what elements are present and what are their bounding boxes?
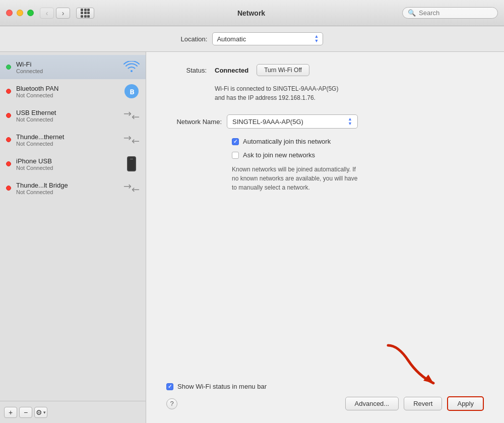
sidebar-item-thunderbolt-bridge[interactable]: Thunde...lt Bridge Not Connected (0, 176, 146, 200)
item-name-thunderbolt-ethernet: Thunde...thernet (16, 133, 123, 141)
item-status-thunderbolt-ethernet: Not Connected (16, 141, 123, 147)
wifi-icon (123, 59, 140, 75)
network-name-row: Network Name: SINGTEL-9AAA-AP(5G) ▲ ▼ (166, 114, 484, 129)
status-dot-bluetooth (6, 89, 11, 94)
detail-bottom: Show Wi-Fi status in menu bar ? Advanced… (166, 383, 484, 411)
search-icon: 🔍 (408, 9, 416, 17)
show-wifi-row: Show Wi-Fi status in menu bar (166, 383, 484, 390)
item-status-iphone: Not Connected (16, 165, 123, 171)
sidebar-item-iphone-usb[interactable]: iPhone USB Not Connected (0, 152, 146, 176)
iphone-device-icon (123, 156, 140, 172)
auto-join-row: Automatically join this network (232, 138, 484, 145)
sidebar-item-thunderbolt-ethernet[interactable]: Thunde...thernet Not Connected (0, 128, 146, 152)
ask-join-row: Ask to join new networks (232, 151, 484, 159)
close-button[interactable] (6, 10, 13, 16)
location-select[interactable]: Automatic ▲ ▼ (212, 32, 323, 45)
status-dot-usb-ethernet (6, 113, 11, 118)
status-dot-thunderbolt-ethernet (6, 137, 11, 142)
remove-network-button[interactable]: − (19, 407, 32, 418)
detail-panel: Status: Connected Turn Wi-Fi Off Wi-Fi i… (146, 52, 504, 423)
ask-join-label: Ask to join new networks (243, 151, 315, 159)
sidebar-list: Wi-Fi Connected Bluetooth PAN (0, 52, 146, 401)
thunderbolt-bridge-icon (123, 180, 140, 196)
auto-join-checkbox[interactable] (232, 138, 239, 145)
turn-wifi-button[interactable]: Turn Wi-Fi Off (257, 64, 309, 76)
forward-button[interactable]: › (56, 8, 70, 19)
item-status-wifi: Connected (16, 68, 123, 74)
item-status-thunderbolt-bridge: Not Connected (16, 189, 123, 195)
status-dot-wifi (6, 65, 11, 70)
sidebar: Wi-Fi Connected Bluetooth PAN (0, 52, 146, 423)
sidebar-toolbar: + − ⚙ ▾ (0, 401, 146, 423)
network-name-value: SINGTEL-9AAA-AP(5G) (232, 118, 303, 126)
thunderbolt-ethernet-icon (123, 132, 140, 148)
main-content: Wi-Fi Connected Bluetooth PAN (0, 52, 504, 423)
network-name-select[interactable]: SINGTEL-9AAA-AP(5G) ▲ ▼ (227, 114, 358, 129)
item-name-iphone: iPhone USB (16, 157, 123, 165)
sidebar-item-bluetooth-pan[interactable]: Bluetooth PAN Not Connected ʙ (0, 79, 146, 103)
item-name-usb-ethernet: USB Ethernet (16, 109, 123, 116)
status-dot-iphone (6, 161, 11, 166)
ask-join-checkbox[interactable] (232, 152, 239, 159)
auto-join-label: Automatically join this network (243, 138, 331, 145)
item-status-bluetooth: Not Connected (16, 92, 123, 98)
title-bar: ‹ › Network 🔍 (0, 0, 504, 26)
show-wifi-label: Show Wi-Fi status in menu bar (177, 383, 267, 390)
search-input[interactable] (419, 9, 489, 17)
status-description: Wi-Fi is connected to SINGTEL-9AAA-AP(5G… (215, 84, 484, 102)
network-settings-button[interactable]: ⚙ ▾ (34, 407, 47, 418)
grid-view-button[interactable] (76, 8, 94, 19)
show-wifi-checkbox[interactable] (166, 383, 173, 390)
item-status-usb-ethernet: Not Connected (16, 116, 123, 123)
network-name-label: Network Name: (166, 118, 222, 126)
network-name-stepper-icon: ▲ ▼ (348, 117, 352, 126)
gear-icon: ⚙ (36, 408, 42, 416)
status-row: Status: Connected Turn Wi-Fi Off (166, 64, 484, 76)
ethernet-arrows-icon (123, 107, 140, 124)
grid-icon (81, 9, 90, 18)
sidebar-item-wifi[interactable]: Wi-Fi Connected (0, 55, 146, 79)
bluetooth-icon: ʙ (123, 83, 140, 99)
maximize-button[interactable] (27, 10, 34, 16)
minimize-button[interactable] (17, 10, 23, 16)
traffic-lights (6, 10, 34, 16)
item-name-thunderbolt-bridge: Thunde...lt Bridge (16, 182, 123, 189)
location-value: Automatic (217, 35, 246, 43)
revert-button[interactable]: Revert (404, 397, 442, 410)
location-stepper-icon: ▲ ▼ (314, 34, 319, 43)
status-dot-thunderbolt-bridge (6, 186, 11, 191)
location-label: Location: (181, 35, 208, 43)
sidebar-item-usb-ethernet[interactable]: USB Ethernet Not Connected (0, 103, 146, 128)
add-network-button[interactable]: + (4, 407, 17, 418)
apply-button[interactable]: Apply (447, 396, 484, 411)
nav-buttons: ‹ › (40, 8, 70, 19)
item-name-wifi: Wi-Fi (16, 61, 123, 68)
bottom-buttons: ? Advanced... Revert Apply (166, 396, 484, 411)
advanced-button[interactable]: Advanced... (345, 397, 399, 410)
help-button[interactable]: ? (166, 398, 177, 409)
status-value: Connected (215, 67, 248, 74)
back-button[interactable]: ‹ (40, 8, 54, 19)
window-title: Network (100, 9, 402, 17)
location-bar: Location: Automatic ▲ ▼ (0, 26, 504, 52)
known-networks-description: Known networks will be joined automatica… (232, 165, 484, 192)
chevron-down-icon: ▾ (43, 410, 46, 415)
item-name-bluetooth: Bluetooth PAN (16, 85, 123, 92)
status-label: Status: (166, 67, 207, 74)
search-box[interactable]: 🔍 (402, 7, 498, 19)
